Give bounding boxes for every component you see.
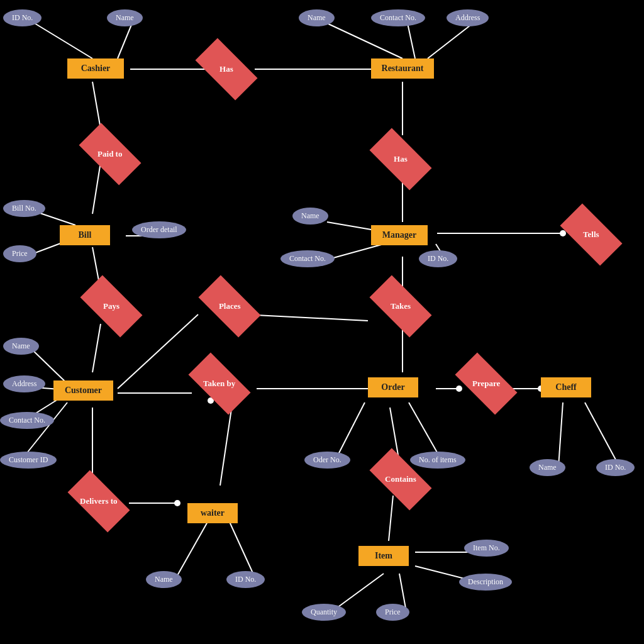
rest-contact-attr: Contact No. — [371, 9, 425, 26]
cheff-name-attr: Name — [530, 459, 565, 476]
rest-name-attr: Name — [299, 9, 335, 26]
svg-line-48 — [175, 522, 208, 580]
price2-attr: Price — [376, 604, 409, 621]
takes-relationship: Takes — [370, 275, 432, 338]
oder-no-attr: Oder No. — [304, 452, 350, 469]
cheff-id-attr: ID No. — [596, 459, 635, 476]
cashier-id-attr: ID No. — [3, 9, 42, 26]
mgr-id-attr: ID No. — [419, 250, 457, 267]
cust-id-attr: Customer ID — [0, 452, 57, 469]
has2-relationship: Has — [370, 128, 432, 191]
order-detail-attr: Order detail — [132, 221, 186, 238]
svg-line-38 — [558, 402, 563, 467]
restaurant-entity: Restaurant — [371, 58, 434, 79]
customer-entity: Customer — [53, 380, 113, 401]
no-items-attr: No. of items — [410, 452, 465, 469]
item-entity: Item — [358, 546, 409, 566]
rest-address-attr: Address — [447, 9, 489, 26]
item-no-attr: Item No. — [464, 540, 509, 557]
order-entity: Order — [368, 377, 418, 397]
bill-entity: Bill — [60, 225, 110, 245]
cust-address-attr: Address — [3, 375, 45, 392]
cust-contact-attr: Contact No. — [0, 412, 54, 429]
svg-line-56 — [399, 574, 406, 608]
pays-relationship: Pays — [80, 275, 143, 338]
svg-line-0 — [35, 23, 92, 58]
paid-to-relationship: Paid to — [79, 123, 142, 186]
svg-point-47 — [174, 500, 180, 506]
svg-line-52 — [389, 496, 393, 541]
description-attr: Description — [459, 574, 512, 591]
svg-line-6 — [428, 23, 473, 58]
taken-by-relationship: Taken by — [189, 353, 251, 415]
svg-line-39 — [585, 402, 619, 467]
cashier-name-attr: Name — [107, 9, 143, 26]
svg-line-5 — [408, 23, 415, 58]
svg-line-55 — [336, 574, 384, 608]
svg-line-8 — [92, 162, 101, 214]
quantity-attr: Quantity — [302, 604, 346, 621]
bill-no-attr: Bill No. — [3, 200, 45, 217]
waiter-id-attr: ID No. — [226, 571, 265, 588]
svg-line-1 — [118, 23, 132, 58]
svg-line-32 — [336, 402, 365, 458]
cheff-entity: Cheff — [541, 377, 591, 397]
mgr-contact-attr: Contact No. — [280, 250, 335, 267]
waiter-name-attr: Name — [146, 571, 182, 588]
manager-entity: Manager — [371, 225, 428, 245]
cashier-entity: Cashier — [67, 58, 124, 79]
tells-relationship: Tells — [560, 204, 623, 266]
waiter-entity: waiter — [187, 503, 238, 523]
svg-line-28 — [243, 314, 368, 321]
svg-line-4 — [327, 23, 402, 58]
mgr-name-attr: Name — [292, 208, 328, 225]
price1-attr: Price — [3, 245, 36, 262]
prepare-relationship: Prepare — [455, 353, 518, 415]
svg-point-35 — [456, 386, 462, 392]
svg-line-21 — [92, 324, 101, 372]
places-relationship: Places — [199, 275, 261, 338]
delivers-to-relationship: Delivers to — [68, 470, 130, 533]
has1-relationship: Has — [196, 38, 258, 101]
cust-name-attr: Name — [3, 338, 39, 355]
svg-line-7 — [92, 82, 101, 129]
svg-line-33 — [409, 402, 440, 458]
